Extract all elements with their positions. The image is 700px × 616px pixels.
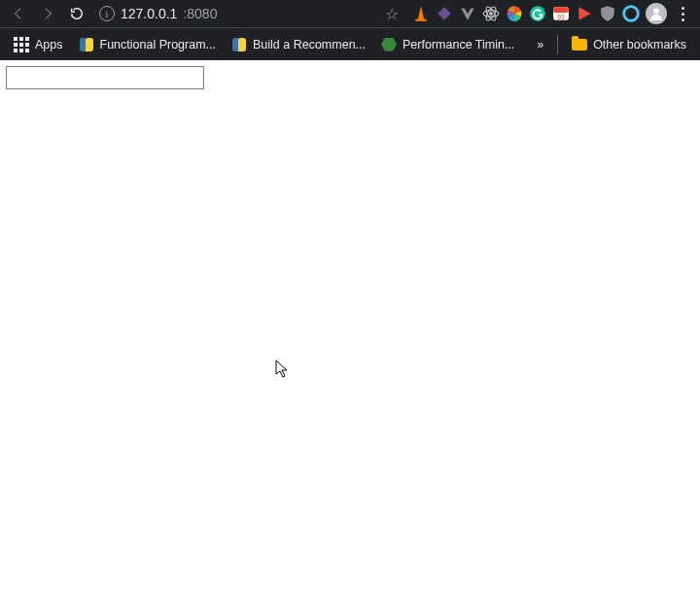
- svg-point-7: [490, 13, 493, 16]
- shield-icon[interactable]: [599, 5, 616, 22]
- purple-diamond-icon[interactable]: [436, 5, 453, 22]
- bookmark-label: Build a Recommen...: [253, 38, 366, 51]
- back-button[interactable]: [6, 1, 31, 26]
- node-hexagon-icon: [381, 38, 397, 51]
- profile-avatar[interactable]: [646, 3, 667, 24]
- python-icon: [231, 37, 247, 52]
- bookmark-performance-timing[interactable]: Performance Timin...: [375, 34, 520, 55]
- react-atom-icon[interactable]: [482, 5, 500, 22]
- reload-button[interactable]: [64, 1, 89, 26]
- svg-marker-3: [461, 8, 474, 19]
- extensions-area: 93: [412, 3, 694, 24]
- chrome-menu-button[interactable]: [673, 7, 692, 21]
- forward-button[interactable]: [35, 1, 60, 26]
- calendar-icon[interactable]: 93: [552, 5, 570, 22]
- svg-rect-1: [415, 19, 426, 21]
- grammarly-icon[interactable]: [529, 5, 546, 22]
- bookmark-build-recommender[interactable]: Build a Recommen...: [226, 33, 371, 56]
- bookmark-label: Functional Program...: [100, 38, 217, 51]
- svg-marker-0: [418, 6, 425, 20]
- svg-marker-2: [438, 7, 451, 20]
- url-host: 127.0.0.1: [121, 6, 177, 21]
- overflow-chevron-icon[interactable]: »: [531, 38, 549, 51]
- vue-logo-icon[interactable]: [459, 5, 476, 22]
- address-bar[interactable]: i 127.0.0.1:8080 ☆: [93, 1, 408, 26]
- folder-icon: [572, 39, 587, 51]
- svg-point-13: [624, 7, 639, 21]
- svg-marker-12: [578, 7, 590, 20]
- bookmarks-divider: [557, 35, 558, 54]
- bookmarks-bar: Apps Functional Program... Build a Recom…: [0, 27, 700, 60]
- bookmark-label: Performance Timin...: [402, 38, 514, 51]
- arrow-right-icon: [40, 6, 55, 21]
- browser-chrome: i 127.0.0.1:8080 ☆: [0, 0, 700, 60]
- site-info-icon[interactable]: i: [99, 6, 115, 21]
- blue-circle-icon[interactable]: [622, 5, 640, 22]
- url-port: :8080: [183, 6, 217, 21]
- play-triangle-icon[interactable]: [576, 5, 593, 22]
- color-wheel-icon[interactable]: [506, 5, 523, 22]
- apps-grid-icon: [14, 37, 29, 52]
- person-icon: [648, 6, 664, 21]
- page-viewport: [0, 60, 700, 95]
- reload-icon: [69, 6, 85, 21]
- other-bookmarks-label: Other bookmarks: [593, 38, 686, 51]
- mouse-cursor-icon: [275, 359, 291, 383]
- other-bookmarks-button[interactable]: Other bookmarks: [566, 34, 692, 55]
- python-icon: [79, 37, 94, 52]
- bookmark-star-icon[interactable]: ☆: [381, 5, 402, 23]
- address-bar-row: i 127.0.0.1:8080 ☆: [0, 0, 700, 27]
- svg-point-14: [653, 9, 659, 15]
- vlc-cone-icon[interactable]: [412, 5, 430, 22]
- page-text-input[interactable]: [6, 66, 204, 89]
- bookmark-functional-programming[interactable]: Functional Program...: [73, 33, 223, 56]
- arrow-left-icon: [11, 6, 26, 21]
- svg-rect-10: [553, 7, 569, 13]
- apps-label: Apps: [35, 38, 63, 51]
- svg-text:93: 93: [557, 14, 565, 20]
- apps-button[interactable]: Apps: [8, 33, 69, 56]
